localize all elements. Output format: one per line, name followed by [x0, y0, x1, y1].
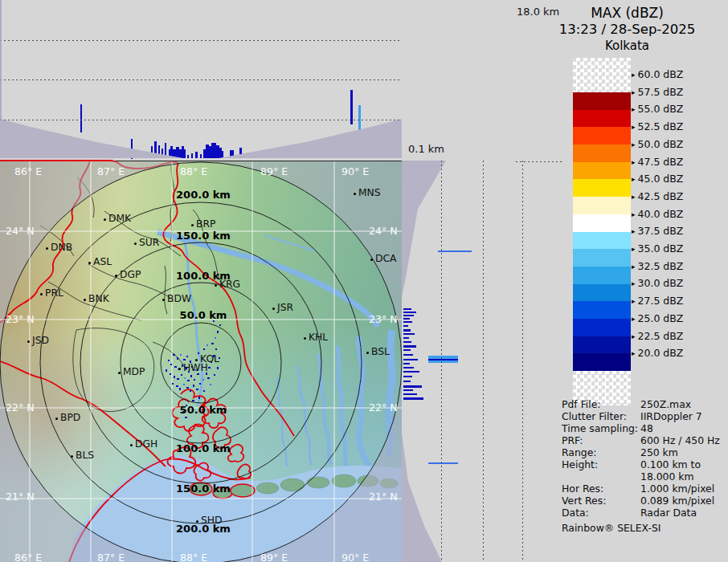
tick-arrow-icon: ▸ — [632, 227, 636, 235]
graticule-label: 21° N — [369, 491, 398, 503]
city-dot-dmk — [104, 218, 106, 221]
city-label-dgh: DGH — [135, 438, 157, 450]
right-height-profile-panel — [402, 161, 526, 562]
station-name: Kolkata — [526, 39, 728, 53]
colorbar-label: ▸50.0 dBZ — [632, 139, 683, 150]
range-ring-label: 100.0 km — [176, 442, 231, 454]
colorbar-label: ▸22.5 dBZ — [632, 331, 683, 342]
tick-arrow-icon: ▸ — [632, 71, 636, 79]
tick-arrow-icon: ▸ — [632, 175, 636, 183]
colorbar-bands — [573, 92, 631, 371]
tick-arrow-icon: ▸ — [632, 158, 636, 166]
legend-panel: MAX (dBZ) 13:23 / 28-Sep-2025 Kolkata ▸6… — [526, 0, 728, 562]
software-brand: Rainbow® SELEX-SI — [562, 522, 728, 534]
tick-arrow-icon: ▸ — [632, 349, 636, 357]
colorbar-label: ▸20.0 dBZ — [632, 348, 683, 359]
colorbar-label: ▸35.0 dBZ — [632, 243, 683, 255]
graticule-label: 87° E — [97, 165, 125, 177]
product-title: MAX (dBZ) — [526, 5, 728, 21]
city-label-bls: BLS — [76, 450, 94, 461]
tick-arrow-icon: ▸ — [632, 315, 636, 323]
graticule-label: 87° E — [97, 552, 125, 562]
colorbar-label: ▸47.5 dBZ — [632, 157, 683, 168]
range-ring-label: 150.0 km — [176, 483, 231, 495]
graticule-label: 88° E — [180, 165, 207, 177]
city-dot-khl — [304, 337, 306, 340]
panel-edge-artifact — [0, 0, 2, 120]
city-dot-sur — [134, 242, 137, 245]
city-label-brp: BRP — [196, 218, 215, 230]
city-label-asl: ASL — [93, 256, 112, 267]
tick-arrow-icon: ▸ — [632, 123, 636, 131]
top-height-profile-panel — [0, 0, 402, 161]
metadata-row: PRF:600 Hz / 450 Hz — [562, 434, 728, 446]
graticule-label: 90° E — [342, 165, 369, 177]
height-gridline — [522, 161, 523, 562]
height-gridline — [483, 161, 484, 562]
metadata-row: Data:Radar Data — [562, 507, 728, 519]
graticule-label: 88° E — [180, 552, 207, 562]
range-ring-label: 50.0 km — [180, 404, 227, 416]
city-label-dmk: DMK — [108, 213, 131, 224]
city-dot-bdw — [162, 299, 165, 301]
tick-arrow-icon: ▸ — [632, 140, 636, 149]
range-ring-label: 100.0 km — [176, 270, 231, 282]
tick-arrow-icon: ▸ — [632, 263, 636, 271]
city-label-hwh: HWH — [183, 362, 208, 373]
metadata-row: Hor Res:1.000 km/pixel — [562, 483, 728, 495]
city-dot-bls — [71, 455, 73, 458]
graticule-label: 24° N — [369, 225, 398, 237]
graticule-label: 86° E — [14, 552, 42, 562]
graticule-label: 23° N — [369, 313, 398, 325]
graticule-label: 89° E — [260, 165, 288, 177]
tick-arrow-icon: ▸ — [632, 105, 636, 113]
height-gridline — [0, 79, 402, 80]
city-dot-mdp — [118, 372, 121, 374]
city-dot-prl — [40, 293, 43, 295]
tick-arrow-icon: ▸ — [632, 193, 636, 201]
city-label-prl: PRL — [45, 287, 63, 299]
city-dot-brp — [191, 224, 194, 226]
tick-arrow-icon: ▸ — [632, 279, 636, 287]
city-dot-dgh — [130, 444, 133, 446]
metadata-row: Range:250 km — [562, 446, 728, 458]
min-height-axis-label: 0.1 km — [408, 143, 444, 155]
city-label-khl: KHL — [309, 332, 328, 343]
colorbar-label: ▸37.5 dBZ — [632, 226, 683, 237]
city-label-dca: DCA — [375, 253, 396, 264]
colorbar-label: ▸42.5 dBZ — [632, 191, 683, 202]
river-network — [157, 232, 392, 466]
colorbar-label: ▸52.5 dBZ — [632, 121, 683, 132]
colorbar-transparent-top — [573, 58, 631, 92]
tick-arrow-icon: ▸ — [632, 210, 636, 218]
graticule-label: 22° N — [6, 401, 35, 413]
colorbar-label: ▸30.0 dBZ — [632, 278, 683, 289]
range-ring-label: 200.0 km — [176, 523, 231, 535]
graticule-label: 23° N — [6, 313, 35, 325]
right-profile-echo-bars — [402, 161, 526, 562]
colorbar-label: ▸60.0 dBZ — [632, 69, 683, 80]
city-dot-dgp — [115, 275, 117, 277]
metadata-row: Height:0.100 km to 18.000 km — [562, 458, 728, 483]
city-label-mns: MNS — [358, 187, 381, 198]
tick-arrow-icon: ▸ — [632, 88, 636, 96]
colorbar-label: ▸57.5 dBZ — [632, 87, 683, 98]
colorbar-label: ▸55.0 dBZ — [632, 104, 683, 115]
city-dot-bsl — [366, 352, 369, 354]
graticule-label: 90° E — [342, 552, 369, 562]
scan-datetime: 13:23 / 28-Sep-2025 — [526, 22, 728, 37]
city-dot-dca — [370, 259, 373, 261]
range-ring-label: 150.0 km — [176, 230, 231, 242]
tick-arrow-icon: ▸ — [632, 297, 636, 305]
graticule-label: 86° E — [14, 165, 42, 177]
city-dot-hwh — [178, 368, 181, 370]
city-dot-dnb — [46, 247, 48, 250]
city-dot-jsd — [27, 340, 30, 343]
graticule-label: 89° E — [260, 552, 288, 562]
tick-arrow-icon: ▸ — [632, 332, 636, 340]
colorbar-label: ▸40.0 dBZ — [632, 209, 683, 220]
city-label-jsd: JSD — [32, 335, 49, 346]
radar-display-window: { "header": { "product": "MAX (dBZ)", "d… — [0, 0, 728, 562]
city-label-jsr: JSR — [277, 302, 293, 313]
city-dot-mns — [354, 193, 356, 195]
